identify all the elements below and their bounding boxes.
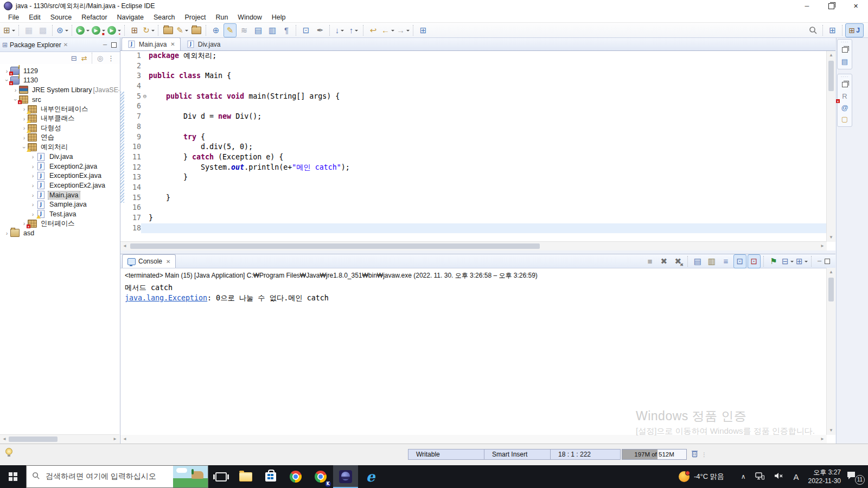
scroll-right-icon[interactable]: ► xyxy=(111,435,119,444)
volume-muted-icon[interactable] xyxy=(774,472,783,481)
expand-arrow-icon[interactable]: › xyxy=(21,134,28,141)
scroll-left-icon[interactable]: ◄ xyxy=(120,242,129,251)
taskbar-eclipse-icon[interactable] xyxy=(333,465,358,488)
start-button[interactable] xyxy=(0,465,26,488)
scroll-down-icon[interactable]: ▼ xyxy=(827,426,835,435)
externalize-strings-button[interactable]: ≋ xyxy=(238,23,251,37)
collapse-all-icon[interactable]: ⊟ xyxy=(71,54,77,62)
view-minimize-icon[interactable]: ─ xyxy=(103,42,107,48)
code-line-11[interactable]: 11 } catch (Exception e) { xyxy=(120,152,827,163)
expand-arrow-icon[interactable]: › xyxy=(29,153,36,160)
update-project-button[interactable]: ↻ xyxy=(142,23,155,37)
expand-arrow-icon[interactable]: › xyxy=(29,172,36,179)
status-menu-dots[interactable]: ⋮ xyxy=(701,452,707,458)
menu-project[interactable]: Project xyxy=(180,14,211,21)
run-as-button[interactable]: ▶■ xyxy=(91,23,106,37)
code-line-1[interactable]: 1package 예외처리; xyxy=(120,51,827,61)
code-line-4[interactable]: 4 xyxy=(120,81,827,92)
close-button[interactable]: ✕ xyxy=(844,0,868,12)
code-line-15[interactable]: 15 } xyxy=(120,193,827,203)
code-editor[interactable]: 1package 예외처리;23public class Main {45⊖ p… xyxy=(120,51,827,242)
taskbar-explorer-icon[interactable] xyxy=(233,465,258,488)
menu-help[interactable]: Help xyxy=(267,14,291,21)
code-line-2[interactable]: 2 xyxy=(120,61,827,72)
tree-item-Main.java[interactable]: ›Main.java xyxy=(0,190,119,200)
taskbar-store-icon[interactable] xyxy=(258,465,283,488)
show-on-stderr-button[interactable]: ⊡ xyxy=(748,254,761,268)
console-hscrollbar[interactable]: ◄ ► xyxy=(120,435,827,444)
tree-item-Div.java[interactable]: ›Div.java xyxy=(0,152,119,162)
tree-item-JRE System Library[interactable]: ›JRE System Library [JavaSE-1.8] xyxy=(0,85,119,95)
scroll-right-icon[interactable]: ► xyxy=(818,242,827,251)
console-vscrollbar[interactable]: ▲ ▼ xyxy=(826,268,835,435)
scroll-down-icon[interactable]: ▼ xyxy=(827,233,835,242)
run-button[interactable]: ▶ xyxy=(75,23,90,37)
expand-arrow-icon[interactable]: › xyxy=(29,182,36,189)
view-menu-icon[interactable]: ⋮ xyxy=(107,54,114,62)
tree-item-내부인터페이스[interactable]: ›내부인터페이스 xyxy=(0,104,119,114)
menu-file[interactable]: File xyxy=(3,14,24,21)
scroll-left-icon[interactable]: ◄ xyxy=(120,435,129,444)
new-editor-window-button[interactable]: ⊞ xyxy=(417,23,430,37)
code-line-17[interactable]: 17} xyxy=(120,213,827,223)
menu-edit[interactable]: Edit xyxy=(24,14,46,21)
package-explorer-hscrollbar[interactable]: ◄ ► xyxy=(0,434,119,444)
scroll-thumb[interactable] xyxy=(130,243,540,249)
plugin-spy-button[interactable]: ⊕ xyxy=(209,23,222,37)
code-line-18[interactable]: 18 xyxy=(120,223,827,234)
minimize-button[interactable]: ─ xyxy=(795,0,819,12)
restore-view-icon[interactable] xyxy=(838,44,852,56)
menu-source[interactable]: Source xyxy=(46,14,77,21)
editor-vscrollbar[interactable]: ▲ ▼ xyxy=(826,51,835,242)
show-view-button[interactable]: ⊡ xyxy=(299,23,312,37)
expand-arrow-icon[interactable]: › xyxy=(29,192,36,198)
tree-item-ExceptionEx.java[interactable]: ›ExceptionEx.java xyxy=(0,171,119,181)
tree-item-Test.java[interactable]: ›Test.java xyxy=(0,209,119,219)
tree-item-asd[interactable]: ›asd xyxy=(0,228,119,238)
external-tools-button[interactable]: ▶▪ xyxy=(107,23,122,37)
code-line-14[interactable]: 14 xyxy=(120,183,827,193)
open-resource-button[interactable]: ▥ xyxy=(266,23,279,37)
search-highlight-image[interactable] xyxy=(173,466,208,487)
scroll-thumb[interactable] xyxy=(828,61,834,91)
menu-window[interactable]: Window xyxy=(233,14,266,21)
annotate-button[interactable]: ✎ xyxy=(176,23,189,37)
weather-text[interactable]: -4°C 맑음 xyxy=(694,472,724,481)
code-line-9[interactable]: 9 try { xyxy=(120,132,827,143)
taskbar-chrome-profile-icon[interactable]: K xyxy=(308,465,333,488)
editor-tab-Main.java[interactable]: Main.java✕ xyxy=(122,37,181,50)
editor-tab-Div.java[interactable]: Div.java xyxy=(181,37,226,50)
last-edit-location-button[interactable]: ↩ xyxy=(367,23,380,37)
console-close-icon[interactable]: ✕ xyxy=(166,259,170,265)
menu-navigate[interactable]: Navigate xyxy=(112,14,149,21)
expand-arrow-icon[interactable]: › xyxy=(29,211,36,217)
tree-item-인터페이스[interactable]: ›×인터페이스 xyxy=(0,219,119,229)
tab-close-icon[interactable]: ✕ xyxy=(170,41,175,47)
tree-item-연습[interactable]: ›연습 xyxy=(0,133,119,143)
taskbar-chrome-icon[interactable] xyxy=(283,465,308,488)
javadoc-view-icon[interactable]: @ xyxy=(838,102,852,113)
open-console-button[interactable]: ⊞ xyxy=(795,254,808,268)
expand-arrow-icon[interactable]: › xyxy=(12,87,19,93)
scroll-lock-button[interactable]: ▥ xyxy=(705,254,718,268)
console-minimize-icon[interactable]: ─ xyxy=(818,258,821,264)
tree-item-다형성[interactable]: ›다형성 xyxy=(0,124,119,133)
scroll-up-icon[interactable]: ▲ xyxy=(827,51,835,60)
expand-arrow-icon[interactable]: › xyxy=(3,230,10,236)
terminate-button[interactable]: ■ xyxy=(643,254,656,268)
menu-refactor[interactable]: Refactor xyxy=(76,14,112,21)
console-tab[interactable]: Console ✕ xyxy=(122,254,176,268)
network-icon[interactable] xyxy=(755,472,764,481)
taskbar-ie-icon[interactable]: e xyxy=(358,465,383,488)
open-folder-button[interactable] xyxy=(162,23,175,37)
previous-annotation-button[interactable]: ↑ xyxy=(347,23,360,37)
open-task-button[interactable]: ▤ xyxy=(252,23,265,37)
code-line-3[interactable]: 3public class Main { xyxy=(120,71,827,81)
debug-button[interactable]: ⊛ xyxy=(56,23,69,37)
open-perspective-button[interactable]: ⊞ xyxy=(826,23,839,37)
code-line-7[interactable]: 7 Div d = new Div(); xyxy=(120,112,827,122)
declaration-view-icon[interactable]: ▢ xyxy=(838,113,852,125)
scroll-left-icon[interactable]: ◄ xyxy=(0,435,9,444)
fold-collapse-icon[interactable]: ⊖ xyxy=(141,92,149,102)
word-wrap-button[interactable]: ≡ xyxy=(719,254,732,268)
